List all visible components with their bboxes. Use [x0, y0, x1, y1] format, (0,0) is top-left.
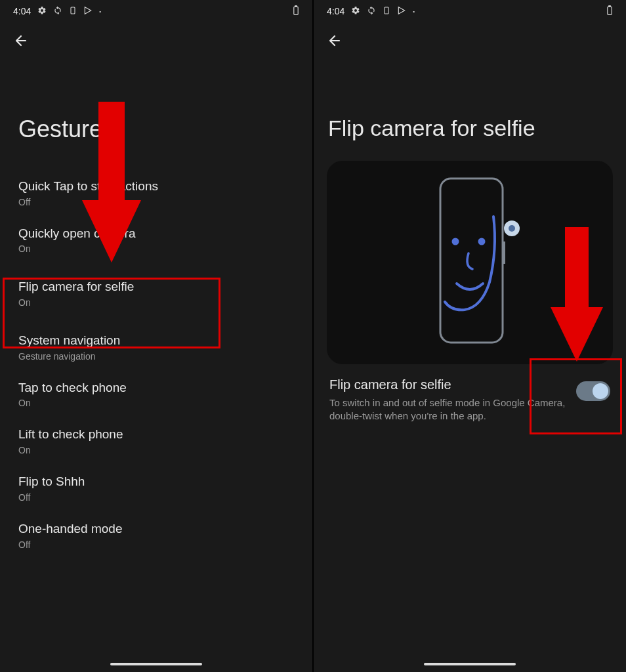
page-title: Gestures — [0, 56, 312, 169]
setting-title: System navigation — [18, 333, 294, 349]
setting-title: Quickly open camera — [18, 226, 294, 242]
status-bar: 4:04 • — [0, 0, 312, 21]
setting-subtitle: Off — [18, 492, 294, 503]
selfie-illustration-icon — [404, 171, 535, 354]
dot-icon: • — [99, 9, 101, 14]
page-title: Flip camera for selfie — [314, 56, 626, 161]
setting-tap-to-check-phone[interactable]: Tap to check phone On — [0, 371, 312, 418]
play-store-icon — [397, 6, 406, 17]
illustration-card — [327, 161, 613, 364]
setting-lift-to-check-phone[interactable]: Lift to check phone On — [0, 417, 312, 465]
setting-one-handed-mode[interactable]: One-handed mode Off — [0, 512, 312, 559]
svg-rect-6 — [608, 7, 612, 14]
svg-rect-0 — [71, 7, 75, 14]
phone-left: 4:04 • Gestures Quick Tap to st — [0, 0, 312, 672]
phone-icon — [383, 6, 390, 17]
svg-point-11 — [509, 225, 515, 232]
settings-list[interactable]: Quick Tap to start actions Off Quickly o… — [0, 169, 312, 559]
setting-title: Flip camera for selfie — [18, 279, 294, 295]
gear-icon — [37, 6, 47, 17]
setting-subtitle: On — [18, 445, 294, 455]
play-store-icon — [83, 6, 93, 17]
svg-rect-2 — [295, 5, 297, 7]
phone-right: 4:04 • Flip camera for selfie — [314, 0, 626, 672]
sync-icon — [53, 6, 62, 17]
svg-rect-7 — [609, 5, 610, 7]
svg-rect-9 — [503, 242, 505, 264]
status-time: 4:04 — [13, 6, 31, 16]
phone-icon — [69, 6, 77, 17]
toggle-thumb — [593, 383, 608, 399]
setting-quickly-open-camera[interactable]: Quickly open camera On — [0, 217, 312, 264]
setting-subtitle: Gesture navigation — [18, 351, 294, 362]
setting-flip-to-shhh[interactable]: Flip to Shhh Off — [0, 465, 312, 512]
home-indicator[interactable] — [424, 663, 516, 665]
status-time: 4:04 — [327, 6, 344, 16]
svg-point-13 — [478, 238, 486, 245]
setting-title: Lift to check phone — [18, 427, 294, 443]
svg-point-12 — [452, 238, 459, 245]
toggle-description: To switch in and out of selfie mode in G… — [329, 396, 568, 423]
battery-icon — [606, 5, 613, 18]
toggle-title: Flip camera for selfie — [329, 377, 568, 392]
dot-icon: • — [413, 9, 415, 14]
setting-title: One-handed mode — [18, 521, 294, 537]
sync-icon — [367, 6, 376, 17]
setting-subtitle: Off — [18, 539, 294, 550]
back-button[interactable] — [314, 21, 626, 56]
setting-subtitle: On — [18, 398, 294, 408]
setting-subtitle: Off — [18, 197, 294, 207]
home-indicator[interactable] — [110, 663, 202, 665]
gear-icon — [351, 6, 360, 17]
back-button[interactable] — [0, 21, 312, 56]
status-bar: 4:04 • — [314, 0, 626, 21]
setting-subtitle: On — [18, 297, 294, 308]
svg-rect-5 — [385, 7, 388, 14]
setting-flip-camera-for-selfie[interactable]: Flip camera for selfie On — [0, 263, 312, 324]
setting-title: Flip to Shhh — [18, 474, 294, 490]
toggle-switch[interactable] — [576, 381, 610, 401]
setting-system-navigation[interactable]: System navigation Gesture navigation — [0, 324, 312, 371]
setting-title: Quick Tap to start actions — [18, 178, 294, 195]
battery-icon — [293, 5, 299, 18]
setting-title: Tap to check phone — [18, 380, 294, 396]
setting-subtitle: On — [18, 243, 294, 254]
setting-quick-tap[interactable]: Quick Tap to start actions Off — [0, 169, 312, 217]
svg-rect-1 — [294, 7, 298, 14]
toggle-row: Flip camera for selfie To switch in and … — [314, 364, 626, 423]
